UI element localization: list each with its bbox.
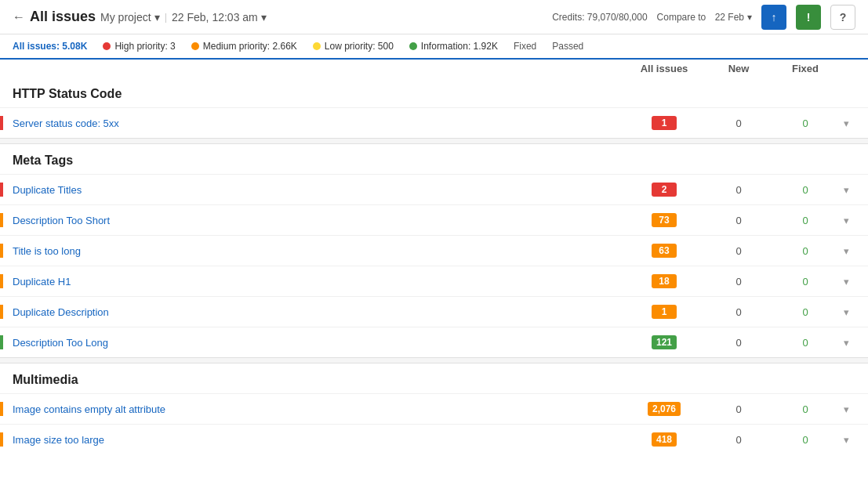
issue-fixed-count: 0 bbox=[774, 337, 837, 349]
row-expand-arrow-icon[interactable]: ▾ bbox=[837, 403, 855, 415]
table-row[interactable]: Image contains empty alt attribute2,0760… bbox=[0, 393, 868, 424]
issue-count-cell: 2 bbox=[625, 183, 703, 197]
issue-count-badge: 2 bbox=[652, 183, 677, 197]
row-expand-arrow-icon[interactable]: ▾ bbox=[837, 118, 855, 129]
issue-name[interactable]: Duplicate H1 bbox=[13, 276, 625, 288]
issue-new-count: 0 bbox=[703, 118, 774, 129]
high-priority-dot bbox=[103, 42, 111, 50]
date-selector[interactable]: 22 Feb, 12:03 am▾ bbox=[172, 11, 267, 24]
issue-new-count: 0 bbox=[703, 215, 774, 226]
issue-fixed-count: 0 bbox=[774, 184, 837, 196]
issue-name[interactable]: Description Too Long bbox=[13, 337, 625, 349]
separator: | bbox=[165, 11, 167, 23]
row-border-indicator bbox=[0, 213, 3, 227]
section-header-0: HTTP Status Code bbox=[0, 78, 868, 107]
compare-date: 22 Feb bbox=[715, 12, 744, 23]
row-expand-arrow-icon[interactable]: ▾ bbox=[837, 245, 855, 257]
issue-new-count: 0 bbox=[703, 276, 774, 288]
issue-name[interactable]: Description Too Short bbox=[13, 215, 625, 226]
table-row[interactable]: Duplicate Description100▾ bbox=[0, 296, 868, 327]
issue-fixed-count: 0 bbox=[774, 245, 837, 257]
row-border-indicator bbox=[0, 305, 3, 319]
exclaim-icon: ! bbox=[807, 11, 811, 24]
header-right: Credits: 79,070/80,000 Compare to 22 Feb… bbox=[552, 5, 855, 30]
upload-button[interactable]: ↑ bbox=[761, 5, 786, 30]
issue-name[interactable]: Title is too long bbox=[13, 245, 625, 257]
issue-count-badge: 1 bbox=[652, 116, 677, 130]
project-arrow-icon: ▾ bbox=[154, 11, 160, 24]
table-row[interactable]: Duplicate Titles200▾ bbox=[0, 174, 868, 204]
issue-count-cell: 18 bbox=[625, 274, 703, 288]
issue-count-badge: 18 bbox=[652, 274, 677, 288]
table-row[interactable]: Description Too Short7300▾ bbox=[0, 204, 868, 235]
issue-fixed-count: 0 bbox=[774, 276, 837, 288]
issue-count-badge: 2,076 bbox=[648, 402, 681, 416]
issue-name[interactable]: Server status code: 5xx bbox=[13, 118, 625, 129]
table-column-headers: All issues New Fixed bbox=[0, 60, 868, 78]
col-header-all-issues: All issues bbox=[625, 63, 703, 74]
filter-all-issues[interactable]: All issues: 5.08K bbox=[13, 41, 87, 52]
row-expand-arrow-icon[interactable]: ▾ bbox=[837, 434, 855, 446]
table-row[interactable]: Duplicate H11800▾ bbox=[0, 266, 868, 296]
row-expand-arrow-icon[interactable]: ▾ bbox=[837, 276, 855, 288]
filter-information-label: Information: 1.92K bbox=[421, 41, 498, 52]
row-border-indicator bbox=[0, 274, 3, 288]
project-selector[interactable]: My project▾ bbox=[100, 11, 160, 24]
issue-count-badge: 63 bbox=[652, 244, 677, 258]
help-button[interactable]: ? bbox=[830, 5, 855, 30]
filter-low-priority[interactable]: Low priority: 500 bbox=[313, 41, 394, 52]
filter-medium-priority[interactable]: Medium priority: 2.66K bbox=[191, 41, 297, 52]
compare-label: Compare to bbox=[657, 12, 706, 23]
filter-high-priority-label: High priority: 3 bbox=[114, 41, 175, 52]
row-border-indicator bbox=[0, 335, 3, 349]
issue-fixed-count: 0 bbox=[774, 118, 837, 129]
table-row[interactable]: Description Too Long12100▾ bbox=[0, 327, 868, 357]
issue-name[interactable]: Image contains empty alt attribute bbox=[13, 403, 625, 415]
row-border-indicator bbox=[0, 116, 3, 130]
row-border-indicator bbox=[0, 244, 3, 258]
issue-name[interactable]: Image size too large bbox=[13, 434, 625, 446]
issue-count-cell: 1 bbox=[625, 305, 703, 319]
filter-passed[interactable]: Passed bbox=[552, 41, 583, 52]
issue-fixed-count: 0 bbox=[774, 403, 837, 415]
main-content: All issues New Fixed HTTP Status CodeSer… bbox=[0, 60, 868, 475]
filter-fixed[interactable]: Fixed bbox=[514, 41, 536, 52]
issue-name[interactable]: Duplicate Titles bbox=[13, 184, 625, 196]
table-row[interactable]: Image size too large41800▾ bbox=[0, 424, 868, 454]
issue-fixed-count: 0 bbox=[774, 215, 837, 226]
issue-count-badge: 418 bbox=[652, 432, 677, 447]
row-expand-arrow-icon[interactable]: ▾ bbox=[837, 184, 855, 196]
filter-information[interactable]: Information: 1.92K bbox=[409, 41, 498, 52]
compare-button[interactable]: Compare to 22 Feb ▾ bbox=[657, 12, 752, 23]
date-label: 22 Feb, 12:03 am bbox=[172, 11, 258, 24]
upload-icon: ↑ bbox=[772, 11, 777, 24]
filter-all-issues-label: All issues: 5.08K bbox=[13, 41, 87, 52]
issue-count-cell: 121 bbox=[625, 335, 703, 349]
issue-new-count: 0 bbox=[703, 403, 774, 415]
col-header-new: New bbox=[703, 63, 774, 74]
issue-count-cell: 73 bbox=[625, 213, 703, 227]
issue-new-count: 0 bbox=[703, 337, 774, 349]
back-button[interactable]: ← bbox=[13, 10, 25, 24]
row-expand-arrow-icon[interactable]: ▾ bbox=[837, 306, 855, 318]
section-header-1: Meta Tags bbox=[0, 144, 868, 174]
issue-count-badge: 1 bbox=[652, 305, 677, 319]
issue-new-count: 0 bbox=[703, 184, 774, 196]
row-expand-arrow-icon[interactable]: ▾ bbox=[837, 215, 855, 226]
header: ← All issues My project▾ | 22 Feb, 12:03… bbox=[0, 0, 868, 34]
compare-arrow-icon: ▾ bbox=[747, 12, 752, 23]
table-row[interactable]: Server status code: 5xx100▾ bbox=[0, 107, 868, 138]
section-header-2: Multimedia bbox=[0, 363, 868, 393]
issue-count-cell: 1 bbox=[625, 116, 703, 130]
col-header-fixed: Fixed bbox=[774, 63, 837, 74]
table-row[interactable]: Title is too long6300▾ bbox=[0, 235, 868, 266]
filter-high-priority[interactable]: High priority: 3 bbox=[103, 41, 175, 52]
filter-medium-priority-label: Medium priority: 2.66K bbox=[203, 41, 297, 52]
filter-low-priority-label: Low priority: 500 bbox=[325, 41, 394, 52]
row-expand-arrow-icon[interactable]: ▾ bbox=[837, 337, 855, 349]
issue-count-badge: 73 bbox=[652, 213, 677, 227]
alert-button[interactable]: ! bbox=[796, 5, 821, 30]
issue-name[interactable]: Duplicate Description bbox=[13, 306, 625, 318]
issue-count-badge: 121 bbox=[652, 335, 677, 349]
project-name: My project bbox=[100, 11, 151, 24]
